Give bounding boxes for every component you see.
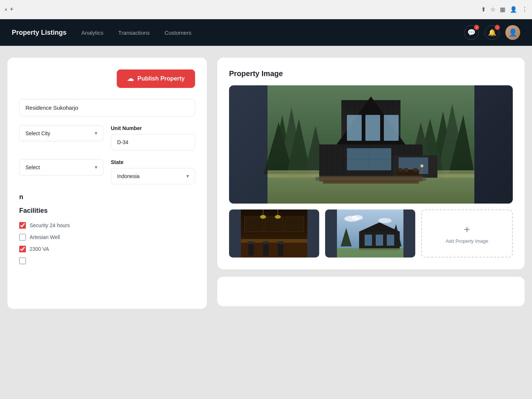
svg-rect-35	[384, 115, 399, 141]
share-icon[interactable]: ⬆	[481, 6, 486, 13]
sidebar-icon[interactable]: ▦	[500, 6, 505, 13]
facility-artesian-checkbox[interactable]	[19, 234, 26, 241]
thumbnail-kitchen[interactable]	[229, 209, 319, 258]
svg-rect-55	[285, 217, 304, 232]
svg-rect-47	[316, 177, 426, 181]
publish-icon: ☁	[127, 75, 134, 83]
unit-number-label: Unit Number	[111, 125, 195, 131]
add-image-label: Add Property Image	[446, 238, 488, 244]
nav-actions: 💬 3 🔔 1 👤	[464, 25, 520, 40]
city-group: Select City ▼	[19, 125, 103, 150]
browser-controls: ⬆ ☆ ▦ 👤 ⋮	[481, 6, 528, 13]
facility-2300va-checkbox[interactable]	[19, 246, 26, 252]
tab-add[interactable]: +	[10, 6, 14, 13]
extra-select[interactable]: Select	[19, 159, 103, 175]
svg-rect-54	[265, 217, 283, 232]
add-property-image-button[interactable]: + Add Property Image	[421, 209, 513, 258]
facility-artesian-label: Artesian Well	[30, 234, 60, 240]
message-badge: 3	[474, 25, 479, 30]
main-property-image	[229, 85, 513, 204]
facilities-section: Facilities Security 24 hours Artesian We…	[19, 207, 195, 264]
avatar-face: 👤	[508, 28, 518, 37]
svg-point-63	[262, 241, 269, 244]
bell-icon: 🔔	[488, 28, 496, 37]
nav-link-transactions[interactable]: Transactions	[118, 30, 150, 36]
unit-number-input[interactable]	[111, 134, 195, 150]
svg-rect-64	[278, 243, 283, 256]
svg-rect-44	[399, 168, 402, 172]
property-image-card: Property Image	[217, 58, 525, 269]
facility-pool[interactable]	[19, 258, 195, 264]
main-content: ☁ Publish Property Select City ▼ Unit	[0, 46, 532, 321]
facility-artesian[interactable]: Artesian Well	[19, 234, 195, 241]
facility-security[interactable]: Security 24 hours	[19, 222, 195, 229]
add-image-plus-icon: +	[464, 224, 470, 235]
svg-point-49	[420, 164, 423, 167]
tab-bar: × +	[4, 6, 478, 13]
svg-rect-75	[376, 235, 383, 246]
svg-rect-53	[245, 217, 263, 232]
state-select-wrapper: Indonesia Malaysia Singapore Thailand ▼	[111, 168, 195, 184]
svg-point-59	[275, 215, 281, 219]
form-row-state: Select ▼ State Indonesia Malaysia Singap…	[19, 159, 195, 184]
svg-point-65	[277, 241, 284, 244]
notifications-button[interactable]: 🔔 1	[485, 25, 499, 40]
tab-close[interactable]: ×	[4, 7, 7, 13]
svg-rect-62	[263, 243, 269, 256]
publish-label: Publish Property	[137, 75, 185, 82]
form-section: Select City ▼ Unit Number Select	[19, 99, 195, 264]
city-select[interactable]: Select City	[19, 125, 103, 141]
city-select-wrapper: Select City ▼	[19, 125, 103, 141]
property-name-input[interactable]	[19, 99, 195, 116]
svg-rect-77	[337, 248, 403, 258]
svg-rect-42	[323, 181, 419, 184]
svg-rect-76	[387, 235, 394, 246]
top-nav: Property Listings Analytics Transactions…	[0, 19, 532, 46]
svg-rect-48	[421, 167, 423, 174]
extra-select-wrapper: Select ▼	[19, 159, 103, 175]
messages-button[interactable]: 💬 3	[464, 25, 479, 40]
facility-security-label: Security 24 hours	[30, 222, 70, 228]
extra-group: Select ▼	[19, 159, 103, 184]
form-row-unit-state: Select City ▼ Unit Number	[19, 125, 195, 150]
state-group: State Indonesia Malaysia Singapore Thail…	[111, 159, 195, 184]
svg-point-68	[352, 215, 363, 220]
facility-security-checkbox[interactable]	[19, 222, 26, 229]
svg-point-61	[247, 241, 255, 244]
account-icon[interactable]: 👤	[510, 6, 517, 13]
facilities-title: Facilities	[19, 207, 195, 215]
svg-point-57	[260, 215, 266, 219]
facility-2300va-label: 2300 VA	[30, 246, 49, 252]
state-label: State	[111, 159, 195, 165]
unit-number-group: Unit Number	[111, 125, 195, 150]
right-panel: Property Image	[217, 58, 525, 309]
thumbnail-row: + Add Property Image	[229, 209, 513, 258]
nav-link-customers[interactable]: Customers	[164, 30, 191, 36]
svg-point-69	[378, 218, 392, 223]
svg-rect-60	[248, 243, 254, 256]
svg-rect-46	[413, 168, 417, 172]
svg-rect-45	[404, 168, 408, 172]
nav-link-analytics[interactable]: Analytics	[81, 30, 103, 36]
state-select[interactable]: Indonesia Malaysia Singapore Thailand	[111, 168, 195, 184]
facility-2300va[interactable]: 2300 VA	[19, 246, 195, 252]
description-label: n	[19, 193, 195, 201]
svg-rect-74	[365, 235, 372, 246]
thumbnail-exterior[interactable]	[325, 209, 415, 258]
nav-links: Analytics Transactions Customers	[81, 30, 464, 36]
publish-button[interactable]: ☁ Publish Property	[117, 69, 195, 88]
star-icon[interactable]: ☆	[490, 6, 495, 13]
property-image-title: Property Image	[229, 69, 513, 78]
menu-icon[interactable]: ⋮	[522, 6, 528, 13]
left-panel: ☁ Publish Property Select City ▼ Unit	[7, 58, 207, 309]
browser-chrome: × + ⬆ ☆ ▦ 👤 ⋮	[0, 0, 532, 19]
facility-pool-checkbox[interactable]	[19, 258, 26, 264]
checkbox-list: Security 24 hours Artesian Well 2300 VA	[19, 222, 195, 264]
svg-rect-33	[347, 115, 362, 141]
svg-rect-34	[365, 115, 380, 141]
bottom-card	[217, 277, 525, 306]
user-avatar[interactable]: 👤	[505, 25, 520, 40]
message-icon: 💬	[467, 28, 475, 37]
notification-badge: 1	[495, 25, 500, 30]
nav-brand[interactable]: Property Listings	[12, 29, 66, 37]
